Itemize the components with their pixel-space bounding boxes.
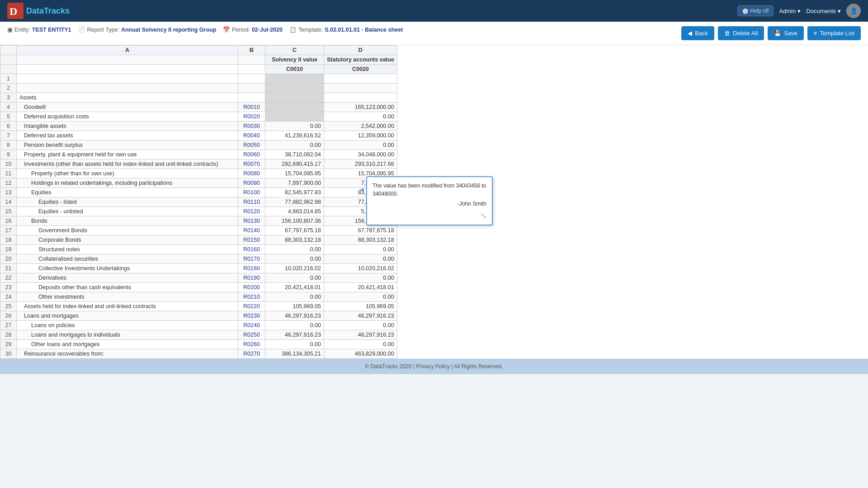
cell-c[interactable]: 10,020,216.02 [265,264,324,273]
cell-b[interactable]: R0020 [238,112,265,122]
cell-b[interactable]: R0270 [238,349,265,359]
cell-c[interactable]: 82,545,977.83 [265,188,324,197]
cell-d[interactable] [324,74,397,84]
cell-d[interactable]: 2,542,000.00 [324,122,397,131]
cell-a[interactable]: Deferred tax assets [17,131,238,141]
template-list-button[interactable]: ≡ Template List [807,26,861,40]
cell-c[interactable]: 292,690,415.17 [265,160,324,169]
cell-d[interactable]: 12,359,000.00 [324,131,397,141]
cell-a[interactable]: Deposits other than cash equivalents [17,283,238,292]
cell-b[interactable]: R0040 [238,131,265,141]
cell-d[interactable] [324,84,397,93]
cell-c[interactable]: 7,897,900.00 [265,178,324,188]
cell-b[interactable]: R0250 [238,330,265,340]
cell-d[interactable]: 0.00 [324,321,397,330]
cell-d[interactable]: 46,297,916.23 [324,311,397,321]
cell-d[interactable]: 0.00 [324,273,397,283]
cell-b[interactable] [238,93,265,103]
cell-d[interactable]: 67,797,675.18 [324,226,397,235]
cell-b[interactable]: R0160 [238,245,265,254]
cell-c[interactable]: 46,297,916.23 [265,330,324,340]
cell-d[interactable] [324,93,397,103]
cell-a[interactable] [17,84,238,93]
cell-c[interactable]: 105,969.05 [265,302,324,311]
cell-b[interactable]: R0190 [238,273,265,283]
cell-c[interactable]: 38,710,082.04 [265,150,324,160]
cell-b[interactable]: R0130 [238,216,265,226]
cell-a[interactable]: Loans and mortgages to individuals [17,330,238,340]
cell-d[interactable]: 293,310,217.66 [324,160,397,169]
col-b-header[interactable]: B [238,46,265,55]
cell-c[interactable]: 46,297,916.23 [265,311,324,321]
cell-a[interactable]: Property, plant & equipment held for own… [17,150,238,160]
cell-a[interactable]: Loans and mortgages [17,311,238,321]
cell-c[interactable]: 88,303,132.18 [265,235,324,245]
cell-d[interactable]: 0.00 [324,292,397,302]
cell-a[interactable]: Collective Investments Undertakings [17,264,238,273]
cell-a[interactable]: Investments (other than assets held for … [17,160,238,169]
cell-a[interactable]: Assets [17,93,238,103]
cell-a[interactable]: Collateralised securities [17,254,238,264]
cell-b[interactable]: R0240 [238,321,265,330]
cell-d[interactable]: 46,297,916.23 [324,330,397,340]
cell-b[interactable]: R0060 [238,150,265,160]
cell-c[interactable]: 67,797,675.18 [265,226,324,235]
cell-c[interactable]: 0.00 [265,122,324,131]
cell-a[interactable]: Intangible assets [17,122,238,131]
cell-d[interactable]: 0.00 [324,245,397,254]
cell-a[interactable]: Structured notes [17,245,238,254]
save-button[interactable]: 💾 Save [768,26,804,40]
avatar[interactable]: 👤 [846,4,861,18]
cell-c[interactable]: 386,134,305.21 [265,349,324,359]
cell-c[interactable] [265,84,324,93]
cell-c[interactable]: 41,239,616.52 [265,131,324,141]
cell-c[interactable]: 0.00 [265,321,324,330]
cell-b[interactable]: R0120 [238,207,265,216]
cell-b[interactable]: R0200 [238,283,265,292]
cell-a[interactable]: Government Bonds [17,226,238,235]
cell-d[interactable]: 88,303,132.18 [324,235,397,245]
cell-b[interactable]: R0050 [238,141,265,150]
cell-a[interactable]: Derivatives [17,273,238,283]
cell-d[interactable]: 165,123,000.00 [324,103,397,112]
cell-d[interactable]: 0.00 [324,112,397,122]
cell-d[interactable]: 20,421,418.01 [324,283,397,292]
cell-b[interactable]: R0260 [238,340,265,349]
cell-d[interactable]: 10,020,216.02 [324,264,397,273]
cell-c[interactable]: 0.00 [265,340,324,349]
cell-a[interactable]: Deferred acquisition costs [17,112,238,122]
cell-a[interactable]: Other loans and mortgages [17,340,238,349]
cell-a[interactable]: Corporate Bonds [17,235,238,245]
col-a-header[interactable]: A [17,46,238,55]
cell-b[interactable]: R0110 [238,197,265,207]
cell-b[interactable] [238,84,265,93]
cell-b[interactable]: R0220 [238,302,265,311]
cell-a[interactable]: Holdings in related undertakings, includ… [17,178,238,188]
cell-d[interactable]: 463,829,000.00 [324,349,397,359]
cell-d[interactable]: 0.00 [324,340,397,349]
cell-c[interactable] [265,74,324,84]
cell-a[interactable]: Goodwill [17,103,238,112]
admin-button[interactable]: Admin ▾ [779,8,801,14]
cell-d[interactable]: 0.00 [324,141,397,150]
cell-d[interactable]: 0.00 [324,254,397,264]
cell-b[interactable]: R0070 [238,160,265,169]
cell-b[interactable]: R0140 [238,226,265,235]
delete-all-button[interactable]: 🗑 Delete All [718,26,764,40]
cell-c[interactable]: 0.00 [265,245,324,254]
cell-c[interactable]: 156,100,807.36 [265,216,324,226]
cell-c[interactable] [265,93,324,103]
cell-c[interactable]: 0.00 [265,273,324,283]
cell-b[interactable]: R0010 [238,103,265,112]
help-button[interactable]: ⬤ Help off [737,5,774,16]
col-d-header[interactable]: D [324,46,397,55]
cell-d[interactable]: 105,969.05 [324,302,397,311]
cell-a[interactable]: Equities - unlisted [17,207,238,216]
cell-a[interactable]: Bonds [17,216,238,226]
cell-a[interactable]: Equities [17,188,238,197]
col-c-header[interactable]: C [265,46,324,55]
cell-b[interactable]: R0150 [238,235,265,245]
cell-a[interactable]: Reinsurance recoverables from: [17,349,238,359]
documents-button[interactable]: Documents ▾ [806,8,841,14]
cell-b[interactable]: R0090 [238,178,265,188]
